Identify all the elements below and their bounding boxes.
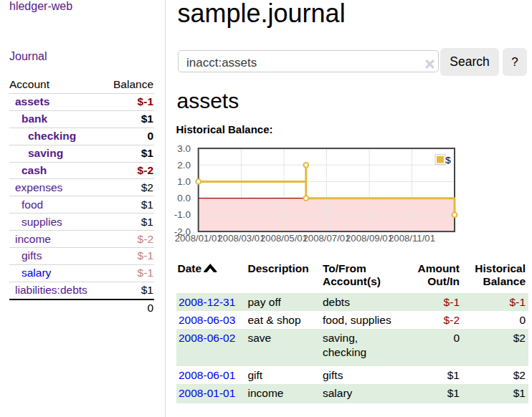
- svg-text:-1.0: -1.0: [174, 209, 191, 220]
- svg-text:2008/03/01: 2008/03/01: [217, 233, 265, 244]
- svg-text:$: $: [445, 155, 451, 166]
- svg-text:2008/09/01: 2008/09/01: [346, 233, 393, 244]
- svg-text:3.0: 3.0: [177, 143, 191, 154]
- svg-text:2008/01/01: 2008/01/01: [175, 233, 222, 244]
- svg-text:2.0: 2.0: [177, 160, 191, 171]
- svg-text:1.0: 1.0: [177, 176, 191, 187]
- svg-text:2008/05/01: 2008/05/01: [260, 233, 308, 244]
- svg-text:2008/07/01: 2008/07/01: [303, 233, 350, 244]
- svg-text:2008/11/01: 2008/11/01: [389, 233, 435, 244]
- svg-text:0.0: 0.0: [177, 193, 191, 203]
